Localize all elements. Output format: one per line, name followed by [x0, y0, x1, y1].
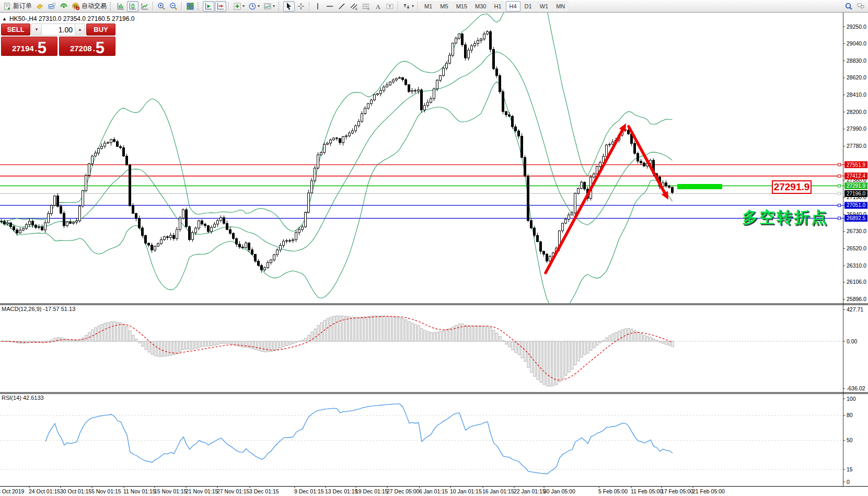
chat-icon	[857, 2, 865, 10]
search-icon	[844, 2, 853, 10]
rsi-axis-label: 80	[847, 412, 853, 418]
sell-button[interactable]: SELL	[1, 24, 30, 36]
date-axis-label: 5 Feb 05:00	[598, 488, 628, 494]
vertical-line-button[interactable]	[312, 1, 323, 11]
auto-trading-button[interactable]: 自动交易	[70, 1, 108, 11]
rsi-label: RSI(14) 42.6133	[2, 395, 44, 401]
one-click-trading-toggle[interactable]: ▲	[2, 16, 7, 21]
timeframe-w1-button[interactable]: W1	[536, 1, 552, 11]
timeframe-d1-button[interactable]: D1	[521, 1, 536, 11]
svg-text:F: F	[368, 7, 370, 10]
line-chart-button[interactable]	[139, 1, 151, 11]
text-button[interactable]: A	[372, 1, 384, 11]
panel-separator	[0, 304, 868, 304]
rsi-axis-label: 100	[847, 396, 856, 402]
tile-windows-button[interactable]	[184, 1, 196, 11]
chevron-down-icon: ▾	[258, 4, 260, 8]
buy-price-dot: .	[93, 44, 95, 52]
timeframe-m30-button[interactable]: M30	[471, 1, 490, 11]
price-axis-label: 27990.0	[847, 125, 866, 132]
highlight-bar	[677, 184, 722, 189]
text-label-button[interactable]: T	[384, 1, 396, 11]
marker-connector	[838, 217, 841, 220]
volume-increase-button[interactable]: ▲	[75, 24, 85, 35]
volume-decrease-button[interactable]: ▼	[32, 24, 42, 35]
candlestick-button[interactable]	[127, 1, 138, 11]
price-axis-label: 26730.0	[847, 228, 866, 234]
chevron-down-icon: ▾	[242, 4, 245, 8]
timeframe-m5-button[interactable]: M5	[436, 1, 452, 11]
strategy-tester-icon	[48, 2, 56, 10]
horizontal-line-button[interactable]	[324, 1, 335, 11]
horizontal-line-icon	[326, 2, 334, 10]
sell-price-frac: 5	[38, 41, 47, 54]
date-axis-label: 27 Dec 05:00	[387, 488, 420, 494]
chat-button[interactable]	[855, 1, 866, 11]
search-button[interactable]	[843, 1, 854, 11]
cursor-icon	[285, 2, 293, 10]
metaeditor-button[interactable]	[34, 1, 45, 11]
toolbar-separator	[228, 2, 229, 10]
metaeditor-icon	[36, 2, 44, 10]
date-axis-label: 24 Oct 01:15	[29, 488, 60, 494]
new-order-button[interactable]: 新订单	[2, 1, 33, 11]
chart-title-text: HK50-,H4 27310.0 27354.0 27160.5 27196.0	[9, 15, 135, 22]
price-axis-label: 29040.0	[847, 40, 866, 47]
bar-chart-button[interactable]	[115, 1, 126, 11]
svg-text:E: E	[355, 7, 357, 10]
volume-value[interactable]: 1.00	[42, 24, 75, 35]
toolbar-grip	[278, 2, 281, 10]
timeframe-m1-button[interactable]: M1	[421, 1, 436, 11]
marker-connector	[838, 192, 841, 195]
chart-shift-button[interactable]	[215, 1, 226, 11]
auto-scroll-icon	[204, 2, 213, 10]
macd-label: MACD(12,26,9) -17.57 51.13	[2, 306, 75, 312]
text-icon: A	[374, 2, 382, 10]
price-axis-label: 28410.0	[847, 91, 866, 98]
timeframe-m15-button[interactable]: M15	[453, 1, 471, 11]
zoom-out-button[interactable]	[168, 1, 179, 11]
date-axis-label: 15 Nov 01:15	[154, 488, 187, 494]
signals-button[interactable]	[58, 1, 70, 11]
sell-price[interactable]: 27194.5	[1, 37, 57, 56]
periods-button[interactable]: ▾	[247, 1, 261, 11]
sell-price-dot: .	[35, 44, 37, 52]
strategy-tester-button[interactable]	[46, 1, 57, 11]
price-callout-27291[interactable]: 27291.9	[772, 180, 812, 194]
timeframe-h1-button[interactable]: H1	[490, 1, 505, 11]
cursor-button[interactable]	[283, 1, 295, 11]
toolbar-separator	[418, 2, 419, 10]
timeframe-h4-button[interactable]: H4	[506, 1, 520, 11]
date-axis-label: 30 Oct 01:15	[60, 488, 91, 494]
arrows-button[interactable]: ▾	[401, 1, 415, 11]
arrows-icon	[402, 2, 411, 10]
toolbar-separator	[398, 2, 399, 10]
fibonacci-button[interactable]: F	[360, 1, 372, 11]
chart-title: ▲ HK50-,H4 27310.0 27354.0 27160.5 27196…	[2, 15, 134, 22]
auto-trading-label: 自动交易	[82, 2, 107, 10]
buy-button[interactable]: BUY	[86, 24, 115, 36]
price-marker-text: 27412.4	[847, 173, 866, 179]
timeframe-mn-button[interactable]: MN	[552, 1, 569, 11]
chevron-down-icon: ▾	[273, 4, 275, 8]
zoom-out-icon	[169, 2, 178, 10]
zoom-in-button[interactable]	[156, 1, 167, 11]
line-chart-icon	[141, 2, 149, 10]
crosshair-button[interactable]	[295, 1, 307, 11]
auto-scroll-button[interactable]	[203, 1, 214, 11]
templates-icon	[263, 2, 272, 10]
indicators-button[interactable]: ▾	[232, 1, 246, 11]
trendline-button[interactable]	[336, 1, 348, 11]
svg-text:T: T	[389, 4, 391, 9]
equidistant-channel-button[interactable]: E	[348, 1, 360, 11]
sell-price-main: 27194	[12, 44, 34, 52]
price-marker-text: 27196.0	[847, 191, 866, 197]
trendline-icon	[338, 2, 346, 10]
marker-connector	[838, 164, 841, 166]
price-axis-label: 26106.0	[847, 279, 866, 285]
toolbar-grip	[198, 2, 200, 10]
chart-canvas[interactable]: 29250.029040.028830.028620.028410.028200…	[0, 13, 868, 496]
svg-text:A: A	[376, 3, 380, 10]
templates-button[interactable]: ▾	[262, 1, 276, 11]
buy-price[interactable]: 27208.5	[59, 37, 115, 56]
